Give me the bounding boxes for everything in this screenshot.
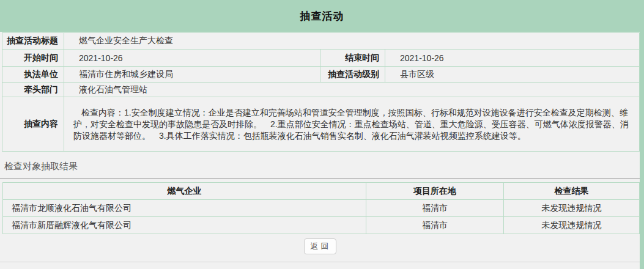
inspection-content-text: 检查内容：1.安全制度建立情况：企业是否建立和完善场站和管道安全管理制度，按照国… (73, 107, 632, 142)
table-row: 福清市龙顺液化石油气有限公司 福清市 未发现违规情况 (3, 200, 640, 217)
inspection-results-table: 燃气企业 项目所在地 检查结果 福清市龙顺液化石油气有限公司 福清市 未发现违规… (2, 182, 640, 234)
table-row-activity-title: 抽查活动标题 燃气企业安全生产大检查 (2, 33, 640, 50)
inspection-result: 未发现违规情况 (504, 200, 640, 217)
table-row-unit-level: 执法单位 福清市住房和城乡建设局 抽查活动级别 县市区级 (2, 67, 640, 83)
column-header-result: 检查结果 (504, 183, 640, 200)
enforcement-unit-value: 福清市住房和城乡建设局 (64, 67, 320, 83)
page-header: 抽查活动 (0, 0, 644, 32)
column-header-enterprise: 燃气企业 (3, 183, 366, 200)
project-location: 福清市 (366, 217, 504, 234)
back-button[interactable]: 返回 (304, 238, 336, 254)
table-row-lead-dept: 牵头部门 液化石油气管理站 (2, 83, 640, 97)
table-row-dates: 开始时间 2021-10-26 结束时间 2021-10-26 (2, 50, 640, 67)
lead-department-value: 液化石油气管理站 (64, 83, 640, 97)
results-section-title: 检查对象抽取结果 (0, 152, 640, 179)
activity-level-value: 县市区级 (385, 67, 640, 83)
content-area: 抽查活动标题 燃气企业安全生产大检查 开始时间 2021-10-26 结束时间 … (0, 32, 640, 269)
activity-title-label: 抽查活动标题 (2, 33, 64, 50)
column-header-location: 项目所在地 (366, 183, 504, 200)
lead-department-label: 牵头部门 (2, 83, 64, 97)
inspection-result: 未发现违规情况 (504, 217, 640, 234)
start-time-label: 开始时间 (2, 50, 64, 67)
spot-check-activity-page: { "page": { "title": "抽查活动" }, "info": {… (0, 0, 644, 269)
bottom-divider (0, 262, 640, 263)
table-row-inspection-content: 抽查内容 检查内容：1.安全制度建立情况：企业是否建立和完善场站和管道安全管理制… (2, 97, 640, 152)
enterprise-name: 福清市龙顺液化石油气有限公司 (3, 200, 366, 217)
activity-info-table: 抽查活动标题 燃气企业安全生产大检查 开始时间 2021-10-26 结束时间 … (2, 32, 640, 152)
start-time-value: 2021-10-26 (64, 50, 320, 67)
inspection-content-label: 抽查内容 (2, 97, 64, 152)
end-time-value: 2021-10-26 (385, 50, 640, 67)
enforcement-unit-label: 执法单位 (2, 67, 64, 83)
activity-level-label: 抽查活动级别 (320, 67, 385, 83)
inspection-content-value: 检查内容：1.安全制度建立情况：企业是否建立和完善场站和管道安全管理制度，按照国… (64, 97, 640, 152)
project-location: 福清市 (366, 200, 504, 217)
footer-actions: 返回 (0, 238, 640, 254)
results-header-row: 燃气企业 项目所在地 检查结果 (3, 183, 640, 200)
end-time-label: 结束时间 (320, 50, 385, 67)
table-row: 福清市新厝融辉液化气有限公司 福清市 未发现违规情况 (3, 217, 640, 234)
page-title: 抽查活动 (0, 0, 644, 23)
enterprise-name: 福清市新厝融辉液化气有限公司 (3, 217, 366, 234)
activity-title-value: 燃气企业安全生产大检查 (64, 33, 640, 50)
